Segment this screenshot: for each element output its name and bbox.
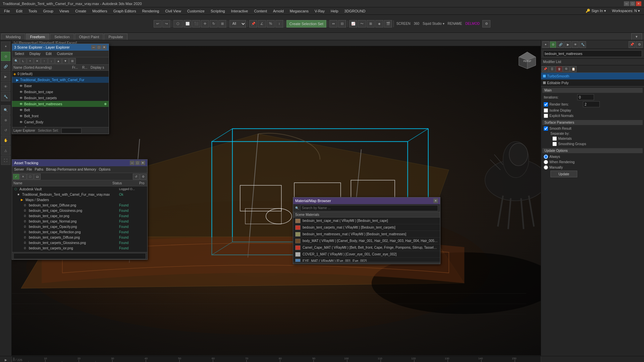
at-btn2[interactable]: ✕ [20, 174, 26, 180]
scene-row-default[interactable]: ◈ 0 (default) [12, 71, 109, 77]
at-file[interactable]: File [26, 168, 32, 171]
zoom-all-btn[interactable]: ⊕ [1, 115, 10, 125]
rp-icon1[interactable]: ✦ [542, 41, 549, 48]
rp-icon3[interactable]: 🔗 [557, 41, 564, 48]
manually-radio[interactable] [544, 165, 548, 170]
se-menu-customize[interactable]: Customize [56, 52, 74, 56]
scene-row-cape[interactable]: 👁 Bedouin_tent_cape [12, 89, 109, 95]
at-bitmap-perf[interactable]: Bitmap Performance and Memory [46, 168, 96, 171]
workspaces-dropdown[interactable]: Workspaces: N ▾ [609, 8, 643, 14]
mat-row-eye[interactable]: EYE_MAT ( VRayMtl ) [Eye_001, Eye_002] [293, 258, 440, 262]
tab-selection[interactable]: Selection [50, 34, 74, 40]
menu-modifiers[interactable]: Modifiers [90, 8, 110, 14]
utilities-btn[interactable]: 🔧 [1, 92, 10, 101]
at-row-maxfile[interactable]: ■ Traditional_Bedouin_Tent_with_Camel_Fu… [12, 192, 147, 197]
scene-row-belt[interactable]: 👁 Belt [12, 107, 109, 113]
scene-explorer-restore[interactable]: □ [97, 45, 101, 50]
material-search-input[interactable] [300, 205, 438, 211]
create-panel-btn[interactable]: ✦ [1, 42, 10, 51]
menu-create[interactable]: Create [72, 8, 89, 14]
scene-explorer-close[interactable]: ✕ [102, 45, 107, 50]
modify-panel-btn[interactable]: ⚙ [1, 52, 10, 61]
scene-row-carpets[interactable]: 👁 Bedouin_tent_carpets [12, 95, 109, 101]
select-filter-dropdown[interactable]: All [229, 20, 246, 27]
modifier-editable-poly[interactable]: Editable Poly [541, 79, 644, 86]
se-sort-asc[interactable]: ▲ [55, 58, 62, 64]
at-settings-btn[interactable]: ⚙ [140, 174, 147, 180]
at-btn1[interactable]: ✓ [13, 174, 19, 180]
mat-row-body[interactable]: body_MAT ( VRayMtl ) [Camel_Body, Hair_0… [293, 238, 440, 244]
se-layer-btn[interactable]: L [20, 58, 26, 64]
se-up-btn[interactable]: ↑ [41, 58, 48, 64]
tab-populate[interactable]: Populate [104, 34, 127, 40]
delmod-label[interactable]: DELMOD [464, 22, 481, 25]
menu-arnold[interactable]: Arnold [270, 8, 286, 14]
align-btn[interactable]: ⊟ [338, 20, 346, 27]
select-object-btn[interactable]: ⬡ [173, 20, 183, 27]
orbit-btn[interactable]: ↺ [1, 125, 10, 135]
curve-editor-btn[interactable]: 〜 [358, 20, 366, 27]
menu-file[interactable]: File [1, 8, 13, 14]
asset-close[interactable]: ✕ [141, 161, 145, 165]
ms-paste-btn[interactable]: 📋 [570, 66, 577, 72]
window-crossing-btn[interactable]: ⬛ [192, 20, 200, 27]
ms-delete-btn[interactable]: 🗑 [556, 66, 562, 72]
se-menu-select[interactable]: Select [13, 52, 25, 56]
mirror-btn[interactable]: ⇔ [329, 20, 337, 27]
material-browser-titlebar[interactable]: Material/Map Browser ✕ [293, 197, 440, 204]
at-row-cape-gloss[interactable]: 🗋 bedouin_tent_cape_Glossiness.png Found [12, 208, 147, 213]
menu-megascans[interactable]: Megascans [287, 8, 311, 14]
at-reload-btn[interactable]: ↺ [133, 174, 140, 180]
rp-icon5[interactable]: 👁 [572, 41, 579, 48]
hierarchy-btn[interactable]: 🔗 [1, 62, 10, 71]
rp-icon4[interactable]: ▶ [565, 41, 571, 48]
scene-row-belt-front[interactable]: 👁 Belt_front [12, 113, 109, 119]
at-row-cape-ior[interactable]: 🗋 bedouin_tent_cape_ior.png Found [12, 213, 147, 219]
se-search-btn[interactable]: 🔍 [13, 58, 19, 64]
menu-vray[interactable]: V-Ray [312, 8, 327, 14]
rp-icon6[interactable]: 🔧 [579, 41, 586, 48]
render-iters-check[interactable] [544, 102, 548, 107]
at-row-maps-folder[interactable]: ▶ Maps / Shaders [12, 197, 147, 202]
se-add-btn[interactable]: + [27, 58, 34, 64]
field-of-view-btn[interactable]: ◬ [1, 145, 10, 155]
modifier-turbosmooth[interactable]: TurboSmooth [541, 73, 644, 79]
at-row-carpets-diff[interactable]: 🗋 bedouin_tent_carpets_Diffuse.png Found [12, 235, 147, 240]
select-region-btn[interactable]: ⬜ [183, 20, 192, 27]
angle-snap[interactable]: ∠ [258, 20, 266, 27]
at-row-vault[interactable]: ⬡ Autodesk Vault Logged O... [12, 186, 147, 192]
smooth-result-check[interactable] [544, 126, 548, 131]
menu-group[interactable]: Group [40, 8, 56, 14]
schematic-btn[interactable]: ⊞ [367, 20, 375, 27]
at-btn3[interactable]: □ [27, 174, 34, 180]
iterations-input[interactable] [577, 94, 594, 100]
se-down-btn[interactable]: ↓ [48, 58, 55, 64]
pan-btn[interactable]: ✋ [1, 135, 10, 145]
menu-interactive[interactable]: Interactive [228, 8, 251, 14]
expand-timeline[interactable]: ▶ [5, 358, 7, 362]
settings-btn[interactable]: ⚙ [482, 20, 490, 27]
percent-snap[interactable]: % [267, 20, 275, 27]
mat-close[interactable]: ✕ [433, 198, 438, 203]
squid-label[interactable]: Squid Studio ▾ [421, 22, 446, 25]
ms-copy-btn[interactable]: ⧉ [563, 66, 570, 72]
at-row-cape-reflect[interactable]: 🗋 bedouin_tent_cape_Reflection.png Found [12, 229, 147, 235]
menu-content[interactable]: Content [251, 8, 270, 14]
material-browser-content[interactable]: bedouin_tent_cape_mat ( VRayMtl ) [Bedou… [293, 218, 440, 262]
ms-list-btn[interactable]: ☰ [549, 66, 555, 72]
update-button[interactable]: Update [550, 171, 577, 177]
graph-editor-btn[interactable]: 📈 [349, 20, 357, 27]
at-options[interactable]: Options [99, 168, 110, 171]
menu-rendering[interactable]: Rendering [140, 8, 162, 14]
mat-row-cape[interactable]: bedouin_tent_cape_mat ( VRayMtl ) [Bedou… [293, 218, 440, 224]
asset-path-input[interactable] [13, 253, 146, 259]
at-row-carpets-gloss[interactable]: 🗋 bedouin_tent_carpets_Glossiness.png Fo… [12, 240, 147, 245]
mat-row-carpets[interactable]: bedouin_tent_carpets_mat ( VRayMtl ) [Be… [293, 224, 440, 231]
asset-tracking-content[interactable]: ⬡ Autodesk Vault Logged O... ■ Tradition… [12, 186, 147, 252]
tab-freeform[interactable]: Freeform [26, 34, 50, 40]
at-row-carpets-normal[interactable]: 🗋 bedouin_tent_carpets_Normal.png Found [12, 251, 147, 252]
rp-settings-btn[interactable]: ⚙ [636, 41, 643, 48]
at-row-cape-normal[interactable]: 🗋 bedouin_tent_cape_Normal.png Found [12, 219, 147, 224]
display-btn[interactable]: 👁 [1, 82, 10, 91]
se-del-btn[interactable]: ✕ [34, 58, 41, 64]
